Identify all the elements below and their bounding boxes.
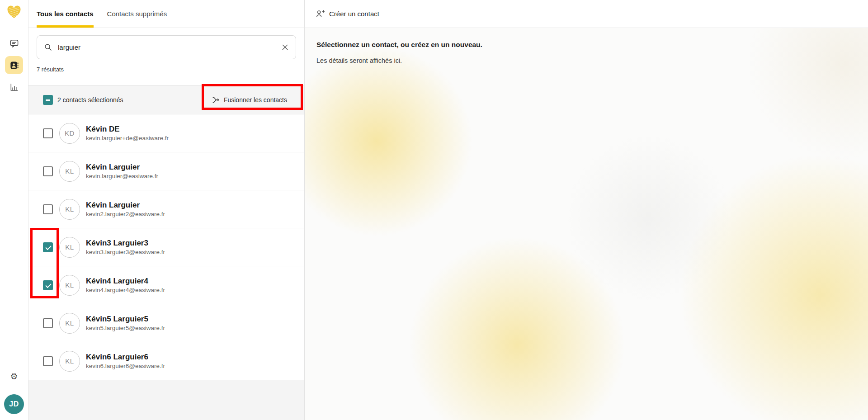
contacts-panel: Tous les contacts Contacts supprimés 7 r…: [28, 0, 305, 420]
contact-name: Kévin DE: [86, 125, 169, 134]
search-section: 7 résultats: [28, 28, 304, 85]
tab-deleted-contacts[interactable]: Contacts supprimés: [107, 0, 167, 28]
nav-conversations[interactable]: [5, 34, 23, 52]
selection-bar: 2 contacts sélectionnés Fusionner les co…: [28, 85, 304, 114]
merge-button-label: Fusionner les contacts: [224, 96, 287, 104]
address-book-icon: [9, 61, 19, 70]
contact-name: Kévin4 Larguier4: [86, 277, 165, 286]
contact-list: KD Kévin DE kevin.larguier+de@easiware.f…: [28, 114, 304, 380]
contact-name: Kévin Larguier: [86, 163, 158, 172]
contact-row[interactable]: KL Kévin3 Larguier3 kevin3.larguier3@eas…: [28, 228, 304, 266]
search-box[interactable]: [37, 35, 296, 59]
contact-email: kevin5.larguier5@easiware.fr: [86, 325, 165, 331]
contact-checkbox[interactable]: [43, 318, 53, 328]
contact-email: kevin3.larguier3@easiware.fr: [86, 249, 165, 255]
app-window: ⚙ JD Tous les contacts Contacts supprimé…: [0, 0, 868, 420]
chat-bubble-icon: [9, 39, 19, 48]
contact-checkbox[interactable]: [43, 128, 53, 138]
contact-avatar: KD: [59, 123, 80, 144]
selection-count-label: 2 contacts sélectionnés: [57, 96, 123, 104]
contact-row[interactable]: KD Kévin DE kevin.larguier+de@easiware.f…: [28, 114, 304, 152]
contact-email: kevin6.larguier6@easiware.fr: [86, 363, 165, 369]
contact-checkbox[interactable]: [43, 204, 53, 214]
detail-empty-state: Sélectionnez un contact, ou créez en un …: [305, 28, 868, 420]
select-all-checkbox[interactable]: [43, 95, 53, 105]
contact-row[interactable]: KL Kévin Larguier kevin2.larguier2@easiw…: [28, 190, 304, 228]
person-add-icon: [316, 9, 325, 19]
contact-checkbox[interactable]: [43, 280, 53, 290]
results-count: 7 résultats: [37, 66, 296, 73]
nav-contacts[interactable]: [5, 56, 23, 74]
easiware-heart-logo: [6, 5, 22, 19]
contact-name: Kévin3 Larguier3: [86, 239, 165, 248]
contact-checkbox[interactable]: [43, 356, 53, 366]
icon-rail: ⚙ JD: [0, 0, 28, 420]
contact-checkbox[interactable]: [43, 166, 53, 176]
search-input[interactable]: [57, 43, 277, 52]
contact-avatar: KL: [59, 351, 80, 372]
search-icon: [44, 43, 52, 51]
contact-avatar: KL: [59, 161, 80, 182]
contact-row[interactable]: KL Kévin4 Larguier4 kevin4.larguier4@eas…: [28, 266, 304, 304]
contact-avatar: KL: [59, 313, 80, 334]
clear-search-icon[interactable]: [282, 44, 288, 51]
contact-email: kevin4.larguier4@easiware.fr: [86, 287, 165, 293]
contact-name: Kévin6 Larguier6: [86, 353, 165, 362]
nav-stats[interactable]: [5, 78, 23, 96]
contact-email: kevin2.larguier2@easiware.fr: [86, 211, 165, 217]
contact-row[interactable]: KL Kévin6 Larguier6 kevin6.larguier6@eas…: [28, 342, 304, 380]
contact-avatar: KL: [59, 237, 80, 258]
contact-row[interactable]: KL Kévin5 Larguier5 kevin5.larguier5@eas…: [28, 304, 304, 342]
contact-email: kevin.larguier+de@easiware.fr: [86, 135, 169, 142]
contact-row[interactable]: KL Kévin Larguier kevin.larguier@easiwar…: [28, 152, 304, 190]
contact-avatar: KL: [59, 199, 80, 220]
contact-name: Kévin Larguier: [86, 201, 165, 210]
contact-checkbox[interactable]: [43, 242, 53, 252]
gear-icon: ⚙: [10, 372, 18, 381]
empty-state-title: Sélectionnez un contact, ou créez en un …: [316, 41, 850, 49]
create-contact-label: Créer un contact: [329, 10, 379, 18]
detail-header: Créer un contact: [305, 0, 868, 28]
settings-button[interactable]: ⚙: [5, 367, 23, 385]
contact-email: kevin.larguier@easiware.fr: [86, 173, 158, 179]
user-avatar[interactable]: JD: [4, 394, 24, 414]
detail-panel: Créer un contact Sélectionnez un contact…: [305, 0, 868, 420]
create-contact-button[interactable]: Créer un contact: [316, 9, 379, 19]
merge-contacts-button[interactable]: Fusionner les contacts: [205, 91, 293, 109]
list-footer: [28, 380, 304, 420]
contact-avatar: KL: [59, 275, 80, 296]
tabbar: Tous les contacts Contacts supprimés: [28, 0, 304, 28]
bar-chart-icon: [9, 82, 19, 92]
contact-name: Kévin5 Larguier5: [86, 315, 165, 324]
merge-icon: [212, 96, 220, 104]
tab-all-contacts[interactable]: Tous les contacts: [37, 0, 94, 28]
empty-state-subtitle: Les détails seront affichés ici.: [316, 57, 850, 64]
